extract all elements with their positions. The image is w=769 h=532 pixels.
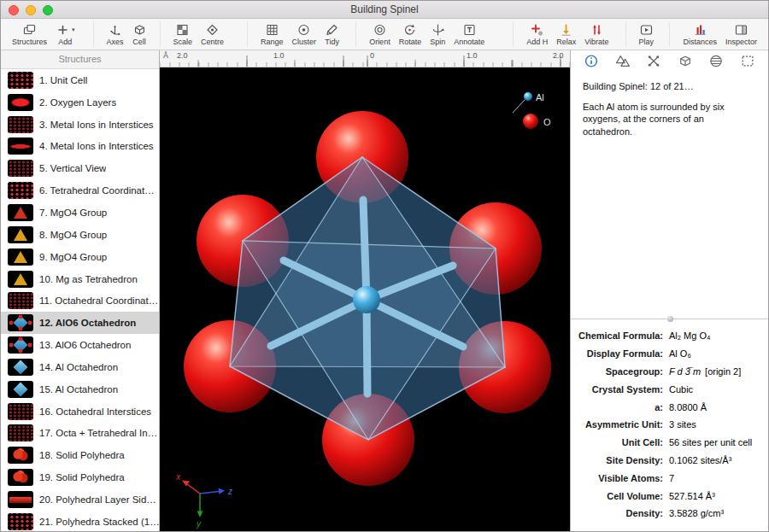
toolbar-add-h-button[interactable]: Add H — [522, 21, 552, 47]
structure-item[interactable]: 16. Octahedral Interstices — [1, 400, 159, 423]
info-tab[interactable] — [580, 52, 602, 69]
orientation-axes: x z y — [175, 472, 232, 529]
toolbar-structures-button[interactable]: Structures — [8, 21, 51, 47]
structure-item[interactable]: 3. Metal Ions in Interstices — [1, 114, 159, 136]
spheres-icon — [708, 54, 724, 68]
toolbar-item-label: Axes — [107, 38, 124, 46]
toolbar-relax-button[interactable]: Relax — [552, 21, 580, 47]
property-value: 527.514 Å³ — [669, 491, 715, 501]
range-icon — [265, 23, 279, 37]
scale-icon — [175, 23, 190, 37]
structure-item[interactable]: 18. Solid Polyhedra — [1, 444, 159, 466]
toolbar-item-icon — [431, 22, 445, 37]
toolbar-item-label: Orient — [369, 38, 390, 46]
toolbar-play-button[interactable]: Play — [635, 21, 659, 47]
zoom-window-button[interactable] — [43, 5, 53, 15]
toolbar-group: ScaleCentre — [160, 21, 229, 47]
toolbar-range-button[interactable]: Range — [256, 21, 288, 47]
toolbar-item-label: Tidy — [325, 38, 339, 46]
rotate-icon — [402, 23, 417, 37]
toolbar-cluster-button[interactable]: Cluster — [288, 21, 321, 47]
structure-item[interactable]: 21. Polyhedra Stacked (1… — [1, 511, 159, 531]
structure-item-label: 3. Metal Ions in Interstices — [39, 120, 154, 130]
cluster-icon — [296, 23, 311, 37]
property-value-suffix: [origin 2] — [705, 366, 741, 377]
structure-item[interactable]: 20. Polyhedral Layer Sid… — [1, 488, 159, 511]
annotate-icon — [462, 23, 477, 37]
structure-item[interactable]: 11. Octahedral Coordinat… — [1, 289, 159, 312]
axes-icon — [108, 23, 122, 37]
toolbar-item-icon — [530, 22, 544, 37]
toolbar-inspector-button[interactable]: Inspector — [721, 21, 761, 47]
structure-item[interactable]: 14. Al Octahedron — [1, 356, 159, 378]
toolbar-add-button[interactable]: ▾Add — [51, 21, 79, 47]
structure-viewport[interactable]: Al O x z y — [160, 67, 570, 531]
toolbar-spin-button[interactable]: Spin — [426, 21, 449, 47]
panel-splitter[interactable] — [571, 319, 768, 319]
structure-item[interactable]: 19. Solid Polyhedra — [1, 466, 159, 488]
toolbar-item-icon — [325, 22, 339, 37]
structure-item[interactable]: 1. Unit Cell — [1, 69, 159, 91]
axis-z-label: z — [227, 487, 232, 496]
marquee-icon — [740, 54, 755, 68]
splitter-handle[interactable] — [667, 316, 673, 322]
minimize-window-button[interactable] — [26, 5, 36, 15]
aluminium-atom[interactable] — [353, 286, 380, 313]
toolbar-item-label: Annotate — [454, 38, 484, 46]
toolbar-centre-button[interactable]: Centre — [197, 21, 228, 47]
property-value: 3 sites — [669, 419, 696, 430]
tidy-icon — [325, 23, 339, 37]
property-label: Crystal System: — [571, 384, 663, 395]
structure-item[interactable]: 8. MgO4 Group — [1, 224, 159, 246]
toolbar-scale-button[interactable]: Scale — [169, 21, 197, 47]
toolbar-orient-button[interactable]: Orient — [365, 21, 395, 47]
structure-item[interactable]: 10. Mg as Tetrahedron — [1, 268, 159, 290]
inspector-panel: Building Spinel: 12 of 21… Each Al atom … — [570, 50, 768, 531]
property-value: 8.0800 Å — [669, 402, 707, 412]
atoms-tab[interactable] — [705, 52, 727, 69]
orient-icon — [373, 23, 387, 37]
toolbar-item-icon — [108, 22, 122, 37]
toolbar-axes-button[interactable]: Axes — [103, 21, 128, 47]
toolbar-vibrate-button[interactable]: Vibrate — [580, 21, 613, 47]
cell-tab[interactable] — [674, 52, 696, 69]
structure-item[interactable]: 7. MgO4 Group — [1, 202, 159, 224]
toolbar-distances-button[interactable]: Distances — [678, 21, 721, 47]
structure-item-label: 6. Tetrahedral Coordinat… — [39, 185, 155, 196]
structure-item[interactable]: 4. Metal Ions in Interstices — [1, 136, 159, 158]
property-label: Spacegroup: — [571, 366, 663, 377]
structure-item[interactable]: 15. Al Octahedron — [1, 378, 159, 400]
toolbar-tidy-button[interactable]: Tidy — [320, 21, 343, 47]
axis-y-label: y — [196, 519, 202, 529]
structure-item[interactable]: 5. Vertical View — [1, 157, 159, 179]
structure-item[interactable]: 9. MgO4 Group — [1, 246, 159, 268]
structure-item-label: 12. AlO6 Octahedron — [39, 318, 136, 328]
toolbar-group: Play — [625, 21, 659, 47]
property-value: Al₂ Mg O₄ — [669, 330, 711, 341]
structure-item[interactable]: 6. Tetrahedral Coordinat… — [1, 179, 159, 202]
bonds-tab[interactable] — [643, 52, 665, 69]
toolbar-cell-button[interactable]: Cell — [128, 21, 151, 47]
property-row: Cell Volume:527.514 Å³ — [571, 487, 765, 505]
toolbar-annotate-button[interactable]: Annotate — [449, 21, 489, 47]
structure-item[interactable]: 13. AlO6 Octahedron — [1, 334, 159, 356]
structure-thumbnail — [8, 424, 33, 441]
structure-item[interactable]: 17. Octa + Tetrahedral In… — [1, 423, 159, 445]
3d-scene[interactable]: Al O x z y — [160, 67, 570, 532]
structure-item-label: 5. Vertical View — [39, 163, 106, 173]
structure-item[interactable]: 2. Oxygen Layers — [1, 91, 159, 114]
property-row: Unit Cell:56 sites per unit cell — [571, 434, 765, 452]
structure-item[interactable]: 12. AlO6 Octahedron — [1, 312, 159, 334]
ruler-tick-label: 0 — [370, 51, 374, 60]
cell-icon — [132, 23, 147, 37]
legend-o-label: O — [543, 117, 551, 127]
distances-icon — [693, 23, 707, 37]
structure-thumbnail — [8, 469, 33, 486]
property-label: Asymmetric Unit: — [571, 419, 663, 430]
polyhedra-tab[interactable] — [612, 52, 634, 69]
toolbar-item-icon — [402, 22, 417, 37]
toolbar-item-label: Structures — [12, 38, 47, 46]
toolbar-rotate-button[interactable]: Rotate — [395, 21, 426, 47]
close-window-button[interactable] — [9, 5, 19, 15]
selection-tab[interactable] — [737, 52, 759, 69]
